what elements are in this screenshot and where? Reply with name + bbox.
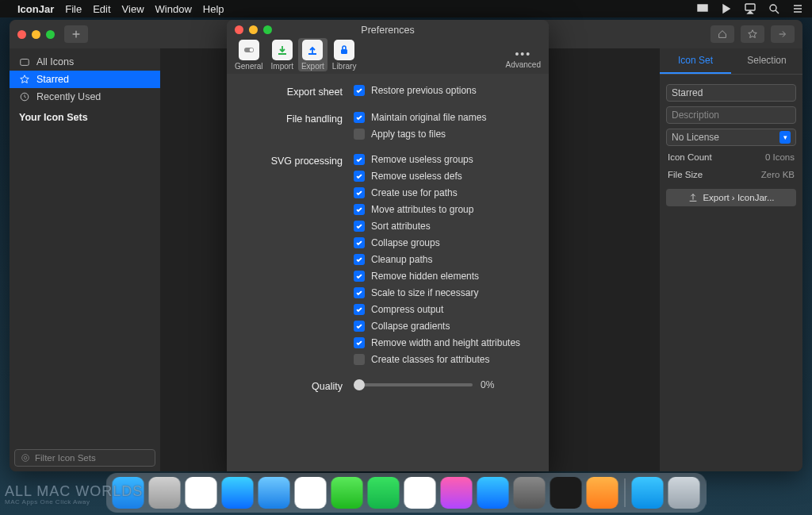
sidebar-item-label: Recently Used — [36, 91, 101, 102]
checkbox[interactable] — [354, 254, 365, 265]
dock-app-safari[interactable] — [222, 477, 254, 509]
checkbox[interactable] — [354, 171, 365, 182]
checkbox[interactable] — [354, 271, 365, 282]
checkbox-option[interactable]: Remove useless groups — [354, 154, 534, 165]
checkbox[interactable] — [354, 154, 365, 165]
filter-input[interactable]: Filter Icon Sets — [14, 449, 155, 467]
checkbox-label: Remove hidden elements — [371, 271, 479, 282]
export-button[interactable] — [771, 25, 795, 43]
dock-app-news[interactable] — [404, 477, 436, 509]
checkbox[interactable] — [354, 337, 365, 348]
checkbox-option[interactable]: Remove width and height attributes — [354, 337, 534, 348]
checkbox-option[interactable]: Scale to size if necessary — [354, 287, 534, 298]
pref-tab-general[interactable]: General — [232, 38, 266, 71]
dock-app-downloads[interactable] — [632, 477, 664, 509]
quality-slider[interactable] — [354, 383, 473, 386]
star-button[interactable] — [741, 25, 764, 43]
svg-point-7 — [24, 456, 27, 459]
checkbox-option[interactable]: Maintain original file names — [354, 112, 534, 123]
download-icon — [272, 40, 293, 60]
slider-thumb[interactable] — [354, 379, 365, 390]
checkbox-option[interactable]: Create classes for attributes — [354, 354, 534, 365]
section-label-export-sheet: Export sheet — [227, 85, 354, 98]
checkbox[interactable] — [354, 237, 365, 248]
dock-app-launchpad[interactable] — [149, 477, 181, 509]
checkbox-label: Remove useless groups — [371, 154, 473, 165]
checkbox-option[interactable]: Collapse groups — [354, 237, 534, 248]
export-iconjar-button[interactable]: Export › IconJar... — [666, 189, 796, 206]
menu-file[interactable]: File — [65, 3, 82, 15]
checkbox-option[interactable]: Compress output — [354, 304, 534, 315]
menu-edit[interactable]: Edit — [93, 3, 110, 15]
menu-help[interactable]: Help — [203, 3, 224, 15]
status-display-icon[interactable] — [696, 2, 709, 15]
file-size-row: File SizeZero KB — [666, 168, 796, 181]
checkbox[interactable] — [354, 304, 365, 315]
dock-app-appstore[interactable] — [477, 477, 509, 509]
add-button[interactable] — [64, 25, 88, 43]
menu-window[interactable]: Window — [155, 3, 192, 15]
checkbox-option[interactable]: Collapse gradients — [354, 321, 534, 332]
checkbox-option[interactable]: Cleanup paths — [354, 254, 534, 265]
sidebar-item-all-icons[interactable]: All Icons — [10, 53, 160, 71]
pref-tab-advanced[interactable]: ••• Advanced — [506, 50, 541, 69]
checkbox[interactable] — [354, 321, 365, 332]
checkbox[interactable] — [354, 129, 365, 140]
checkbox-option[interactable]: Sort attributes — [354, 221, 534, 232]
checkbox-option[interactable]: Create use for paths — [354, 187, 534, 198]
sidebar-item-starred[interactable]: Starred — [10, 71, 160, 88]
checkbox-option[interactable]: Apply tags to files — [354, 129, 534, 140]
home-button[interactable] — [710, 25, 734, 43]
sidebar-item-recently-used[interactable]: Recently Used — [10, 88, 160, 106]
checkbox[interactable] — [354, 187, 365, 198]
checkbox-option[interactable]: Move attributes to group — [354, 204, 534, 215]
checkbox[interactable] — [354, 287, 365, 298]
iconset-name-field[interactable]: Starred — [666, 84, 796, 102]
checkbox-label: Scale to size if necessary — [371, 287, 478, 298]
svg-rect-0 — [698, 5, 707, 11]
menubar-app-name[interactable]: IconJar — [17, 3, 54, 15]
license-select[interactable]: No License ▾ — [666, 129, 796, 146]
checkbox-option[interactable]: Remove useless defs — [354, 171, 534, 182]
tab-selection[interactable]: Selection — [731, 48, 802, 74]
pref-tab-export[interactable]: Export — [298, 38, 327, 71]
dock-app-terminal[interactable] — [550, 477, 582, 509]
checkbox[interactable] — [354, 112, 365, 123]
dock-app-messages[interactable] — [331, 477, 363, 509]
section-label-quality: Quality — [227, 379, 354, 392]
sidebar: All Icons Starred Recently Used Your Ico… — [10, 48, 160, 471]
dock-app-iconjar[interactable] — [587, 477, 619, 509]
quality-value: 0% — [481, 379, 494, 390]
minimize-button[interactable] — [32, 30, 40, 39]
pref-tab-library[interactable]: Library — [329, 38, 360, 71]
status-play-icon[interactable] — [720, 2, 733, 15]
dock-app-mail[interactable] — [259, 477, 290, 509]
svg-rect-4 — [21, 60, 29, 66]
checkbox-option[interactable]: Remove hidden elements — [354, 271, 534, 282]
tab-icon-set[interactable]: Icon Set — [660, 48, 731, 74]
checkbox[interactable] — [354, 204, 365, 215]
dock-app-sysprefs[interactable] — [514, 477, 546, 509]
checkbox-option[interactable]: Restore previous options — [354, 85, 534, 96]
status-list-icon[interactable] — [791, 2, 804, 15]
pref-tab-import[interactable]: Import — [268, 38, 297, 71]
dock-app-facetime[interactable] — [368, 477, 400, 509]
menu-view[interactable]: View — [122, 3, 144, 15]
status-spotlight-icon[interactable] — [768, 2, 780, 15]
traffic-lights[interactable] — [17, 30, 55, 39]
filter-icon — [20, 452, 31, 463]
dock-app-photos[interactable] — [295, 477, 327, 509]
dock-app-calendar[interactable] — [186, 477, 217, 509]
status-airplay-icon[interactable] — [744, 2, 756, 15]
checkbox[interactable] — [354, 221, 365, 232]
iconset-desc-field[interactable]: Description — [666, 106, 796, 124]
dock-app-trash[interactable] — [668, 477, 700, 509]
export-sheet-options: Restore previous options — [354, 85, 534, 96]
close-button[interactable] — [17, 30, 26, 39]
export-icon — [688, 192, 699, 203]
dock-app-itunes[interactable] — [441, 477, 473, 509]
checkbox[interactable] — [354, 354, 365, 365]
preferences-body: Export sheet Restore previous options Fi… — [227, 74, 549, 471]
checkbox[interactable] — [354, 85, 365, 96]
zoom-button[interactable] — [46, 30, 55, 39]
